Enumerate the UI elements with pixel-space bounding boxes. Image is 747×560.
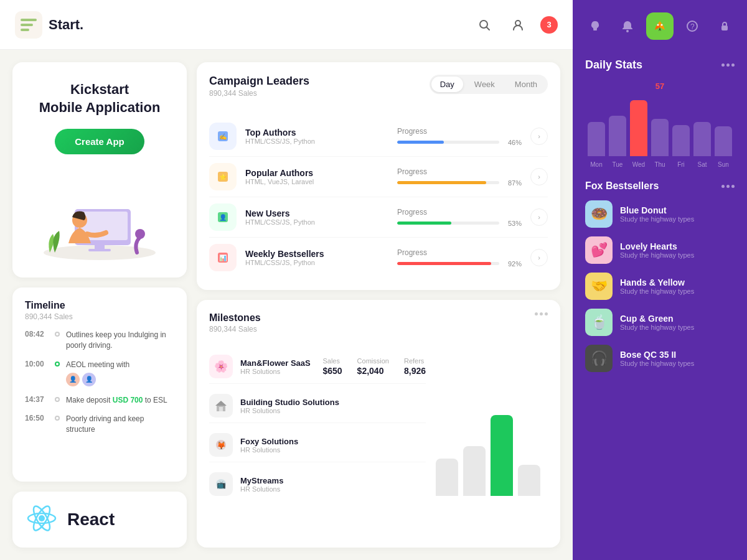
fox-bestsellers-menu-icon[interactable] xyxy=(721,185,735,188)
new-users-icon: 👤 xyxy=(209,203,237,231)
leader-row-popular-authors: ⭐ Popular Authors HTML, VueJS, Laravel P… xyxy=(209,157,548,197)
svg-marker-26 xyxy=(215,401,227,406)
campaign-subtitle: 890,344 Sales xyxy=(209,89,309,98)
timeline-title: Timeline xyxy=(25,300,174,311)
right-sidebar: ? Daily Stats 57 xyxy=(573,0,747,560)
bestseller-sub: Study the highway types xyxy=(620,324,694,331)
leader-tech: HTML, VueJS, Laravel xyxy=(245,178,388,185)
leader-row-new-users: 👤 New Users HTML/CSS/JS, Python Progress… xyxy=(209,197,548,238)
svg-text:?: ? xyxy=(690,22,695,31)
svg-text:📺: 📺 xyxy=(217,480,226,489)
svg-rect-43 xyxy=(721,26,728,30)
bestseller-sub: Study the highway types xyxy=(620,287,694,295)
tab-month[interactable]: Month xyxy=(506,77,546,92)
bar-mon xyxy=(588,122,605,156)
search-icon[interactable] xyxy=(473,14,496,36)
timeline-subtitle: 890,344 Sales xyxy=(25,312,174,321)
leader-tech: HTML/CSS/JS, Python xyxy=(245,218,388,226)
svg-point-12 xyxy=(135,229,145,239)
svg-text:👤: 👤 xyxy=(219,213,227,222)
leader-name: New Users xyxy=(245,208,388,218)
svg-rect-27 xyxy=(219,407,223,411)
sidebar-icon-lock[interactable] xyxy=(711,12,738,40)
top-authors-icon: ✍ xyxy=(209,123,237,150)
bestseller-sub: Study the highway types xyxy=(620,360,694,367)
fox-bestsellers-title: Fox Bestsellers xyxy=(585,180,659,192)
sidebar-top-nav: ? xyxy=(573,0,747,52)
progress-label: Progress xyxy=(397,167,522,176)
progress-label: Progress xyxy=(397,208,522,217)
daily-stats-menu-icon[interactable] xyxy=(721,63,735,67)
progress-label: Progress xyxy=(397,127,522,136)
fox-bestsellers-section: Fox Bestsellers 🍩 Blue Donut Study the h… xyxy=(585,180,735,372)
avatar: 👤 xyxy=(82,373,96,386)
bestseller-name: Cup & Green xyxy=(620,314,694,324)
chart-days: Mon Tue Wed Thu Fri Sat Sun xyxy=(585,161,735,168)
sidebar-icon-help[interactable]: ? xyxy=(679,12,706,40)
bestseller-thumb: 🍩 xyxy=(585,200,613,228)
sidebar-icon-fox[interactable] xyxy=(646,12,674,40)
svg-rect-32 xyxy=(593,29,597,30)
create-app-button[interactable]: Create App xyxy=(55,129,144,154)
bestseller-item-blue-donut: 🍩 Blue Donut Study the highway types xyxy=(585,200,735,228)
progress-label: Progress xyxy=(397,248,522,257)
milestones-menu-icon[interactable] xyxy=(535,312,548,315)
timeline-item: 16:50 Poorly driving and keep structure xyxy=(25,414,174,435)
milestones-subtitle: 890,344 Sales xyxy=(209,325,261,334)
leader-name: Weekly Bestsellers xyxy=(245,249,388,259)
chevron-right-icon[interactable]: › xyxy=(530,168,548,185)
header: Start. 3 xyxy=(0,0,573,50)
svg-text:✍: ✍ xyxy=(219,133,227,141)
sidebar-icon-notification[interactable] xyxy=(614,12,641,40)
bestseller-name: Lovely Hearts xyxy=(620,241,694,251)
tab-day[interactable]: Day xyxy=(431,77,463,92)
progress-pct: 46% xyxy=(504,139,522,146)
bar-thu xyxy=(651,119,669,156)
leader-row-top-authors: ✍ Top Authors HTML/CSS/JS, Python Progre… xyxy=(209,116,548,157)
leader-name: Top Authors xyxy=(245,128,388,138)
svg-line-4 xyxy=(487,27,489,30)
chevron-right-icon[interactable]: › xyxy=(530,208,548,226)
bestseller-sub: Study the highway types xyxy=(620,251,694,259)
svg-text:📊: 📊 xyxy=(219,254,227,262)
bestseller-thumb: 🍵 xyxy=(585,309,613,336)
bar-sat xyxy=(693,122,711,156)
logo-icon xyxy=(15,11,42,39)
bar-tue xyxy=(609,116,626,156)
bar-wed xyxy=(630,100,647,156)
svg-point-5 xyxy=(515,21,520,26)
chevron-right-icon[interactable]: › xyxy=(530,249,548,266)
bar-sun xyxy=(715,126,732,156)
svg-point-3 xyxy=(480,21,487,28)
logo: Start. xyxy=(15,11,83,39)
milestone-sub: HR Solutions xyxy=(240,485,426,493)
bestseller-name: Blue Donut xyxy=(620,205,694,215)
user-icon[interactable] xyxy=(507,14,529,36)
sidebar-icon-lightbulb[interactable] xyxy=(581,12,609,40)
bestseller-sub: Study the highway types xyxy=(620,215,694,223)
chevron-right-icon[interactable]: › xyxy=(530,128,548,145)
milestone-item: 🌸 Man&Flower SaaS HR Solutions Sales $65… xyxy=(209,350,426,384)
leader-tech: HTML/CSS/JS, Python xyxy=(245,138,388,145)
milestones-title: Milestones xyxy=(209,312,261,324)
svg-rect-2 xyxy=(21,29,29,31)
popular-authors-icon: ⭐ xyxy=(209,163,237,190)
svg-rect-1 xyxy=(21,24,33,26)
weekly-bestsellers-icon: 📊 xyxy=(209,244,237,271)
daily-stats-title: Daily Stats xyxy=(585,58,642,72)
kickstart-card: KickstartMobile Application Create App xyxy=(12,62,187,278)
milestone-name: MyStreams xyxy=(240,476,426,485)
peak-value-label: 57 xyxy=(655,82,664,91)
progress-pct: 92% xyxy=(504,260,522,268)
svg-point-40 xyxy=(661,24,663,26)
leader-name: Popular Authors xyxy=(245,168,388,178)
progress-pct: 53% xyxy=(504,220,522,227)
bar-fri xyxy=(672,125,690,156)
milestone-sub: HR Solutions xyxy=(240,407,426,414)
notification-badge[interactable]: 3 xyxy=(540,16,558,34)
milestone-sub: HR Solutions xyxy=(240,446,426,454)
tab-week[interactable]: Week xyxy=(466,77,504,92)
milestone-icon: 📺 xyxy=(209,472,233,496)
header-actions: 3 xyxy=(473,14,558,36)
kickstart-title: KickstartMobile Application xyxy=(39,81,161,116)
